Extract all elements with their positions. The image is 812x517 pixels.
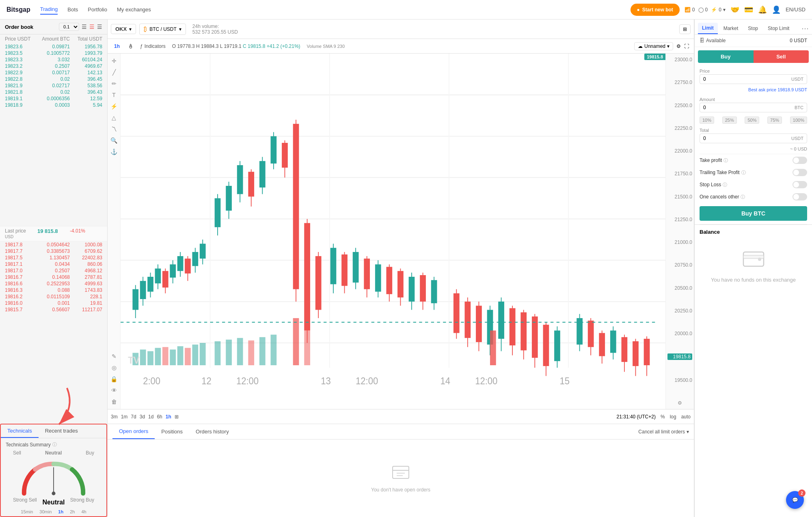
total-field-group: Total USDT [695, 125, 812, 146]
best-ask-link[interactable]: Best ask price 19818.9 USDT [695, 86, 812, 95]
stop-loss-info-icon[interactable]: ⓘ [723, 182, 727, 188]
line-tool[interactable]: ╱ [110, 68, 118, 76]
exchange-selector[interactable]: OKX ▾ [111, 24, 136, 34]
pct-75[interactable]: 75% [767, 116, 782, 124]
measure-tool[interactable]: ⚡ [110, 102, 118, 110]
nav-trading[interactable]: Trading [40, 4, 58, 15]
last-price-value: 19 815.8 [37, 228, 70, 239]
pair-selector[interactable]: ₿ BTC / USDT ▾ [139, 24, 186, 35]
user-icon[interactable]: 👤 [772, 5, 781, 14]
nav-exchanges[interactable]: My exchanges [117, 5, 151, 14]
chart-type-icon[interactable]: 🕯 [128, 43, 134, 50]
tab-stop-limit[interactable]: Stop Limit [764, 23, 793, 34]
cursor-tool[interactable]: ✛ [110, 57, 118, 65]
svg-rect-83 [454, 293, 460, 333]
text-tool[interactable]: T [110, 91, 118, 99]
tab-market[interactable]: Market [719, 23, 743, 34]
chart-body: ✛ ╱ ✏ T ⚡ △ 〽 🔍 ⚓ ✎ ◎ 🔒 👁 🗑 [108, 54, 694, 409]
svg-rect-130 [259, 337, 266, 365]
buy-btc-button[interactable]: Buy BTC [700, 206, 807, 221]
ob-filter3-icon[interactable]: ☰ [97, 24, 102, 30]
time-tab-2h[interactable]: 2h [70, 509, 75, 514]
period-6h[interactable]: 6h [157, 414, 162, 420]
stop-loss-toggle[interactable] [793, 181, 807, 188]
chart-layout-button[interactable]: ⊞ [679, 24, 691, 34]
nav-bots[interactable]: Bots [67, 5, 78, 14]
fib-tool[interactable]: 〽 [110, 125, 118, 133]
tab-orders-history[interactable]: Orders history [189, 424, 235, 439]
trailing-take-profit-toggle[interactable] [793, 169, 807, 176]
time-tab-15min[interactable]: 15min [21, 509, 33, 514]
cancel-all-button[interactable]: Cancel all limit orders ▾ [638, 429, 689, 435]
shape-tool[interactable]: △ [110, 114, 118, 122]
price-input-wrapper: USDT [700, 74, 807, 84]
price-input[interactable] [703, 76, 791, 82]
time-tab-4h[interactable]: 4h [81, 509, 86, 514]
info-icon: ⓘ [52, 442, 57, 448]
lock-tool[interactable]: 🔒 [110, 375, 118, 383]
amount-input[interactable] [703, 105, 795, 110]
indicators-button[interactable]: ƒ Indicators [140, 43, 166, 49]
tab-open-orders[interactable]: Open orders [112, 424, 155, 439]
magnet-tool[interactable]: ◎ [110, 364, 118, 372]
period-1d[interactable]: 1d [148, 414, 153, 420]
total-input[interactable] [703, 136, 791, 141]
one-cancels-other-toggle[interactable] [793, 193, 807, 200]
sell-tab-button[interactable]: Sell [754, 50, 809, 63]
settings-chart-icon[interactable]: ⚙ [667, 400, 692, 406]
pct-25[interactable]: 25% [722, 116, 737, 124]
ob-size-select[interactable]: 0.1 [59, 23, 79, 31]
pct-50[interactable]: 50% [745, 116, 759, 124]
take-profit-info-icon[interactable]: ⓘ [723, 157, 728, 164]
time-tab-30min[interactable]: 30min [39, 509, 52, 514]
start-bot-button[interactable]: ● Start new bot [631, 4, 680, 16]
period-7d[interactable]: 7d [131, 414, 136, 420]
period-3d[interactable]: 3d [140, 414, 145, 420]
language-selector[interactable]: EN/USD [786, 6, 806, 13]
pencil-tool[interactable]: ✎ [110, 352, 118, 360]
oco-info-icon[interactable]: ⓘ [741, 194, 745, 200]
tab-limit[interactable]: Limit [698, 23, 718, 34]
nav-stat-bolt[interactable]: ⚡ 0 ▾ [711, 7, 726, 13]
nav-stat-circle[interactable]: ◯ 0 [698, 7, 708, 13]
tab-technicals[interactable]: Technicals [1, 424, 39, 438]
price-level-11: 20500.0 [667, 285, 692, 291]
trash-tool[interactable]: 🗑 [110, 398, 118, 406]
tab-stop[interactable]: Stop [744, 23, 762, 34]
handshake-icon[interactable]: 🤝 [730, 5, 739, 14]
tab-positions[interactable]: Positions [155, 424, 189, 439]
more-order-types-button[interactable]: ⋯ [801, 24, 809, 33]
buy-tab-button[interactable]: Buy [698, 50, 754, 63]
eye-tool[interactable]: 👁 [110, 386, 118, 394]
bell-icon[interactable]: 🔔 [758, 5, 767, 14]
log-btn[interactable]: log [670, 414, 676, 420]
fullscreen-icon[interactable]: ⛶ [684, 43, 689, 49]
period-1h[interactable]: 1h [166, 414, 171, 420]
interval-1h[interactable]: 1h [112, 43, 121, 50]
ob-filter1-icon[interactable]: ☰ [82, 24, 87, 30]
pct-btn[interactable]: % [661, 414, 665, 420]
nav-portfolio[interactable]: Portfolio [88, 5, 107, 14]
svg-rect-107 [599, 333, 605, 356]
pct-100[interactable]: 100% [790, 116, 807, 124]
chat-button[interactable]: 💬 2 [786, 491, 804, 509]
anchor-tool[interactable]: ⚓ [110, 148, 118, 156]
ob-filter2-icon[interactable]: ☰ [89, 24, 95, 30]
nav-stat-bar[interactable]: 📶 0 [685, 7, 695, 13]
period-3m[interactable]: 3m [111, 414, 118, 420]
pct-10[interactable]: 10% [700, 116, 714, 124]
take-profit-toggle[interactable] [793, 157, 807, 164]
trailing-tp-info-icon[interactable]: ⓘ [741, 170, 746, 176]
tab-recent-trades[interactable]: Recent trades [39, 424, 84, 438]
logo: Bitsgap [6, 6, 30, 13]
draw-tool[interactable]: ✏ [110, 80, 118, 88]
wallet-nav-icon[interactable]: 💳 [744, 5, 753, 14]
zoom-tool[interactable]: 🔍 [110, 136, 118, 144]
period-compare[interactable]: ⊞ [175, 414, 179, 420]
auto-btn[interactable]: auto [681, 414, 691, 420]
time-tab-1h[interactable]: 1h [58, 509, 63, 514]
svg-rect-123 [185, 348, 191, 365]
preset-selector[interactable]: ☁ Unnamed ▾ [634, 42, 673, 50]
settings-icon[interactable]: ⚙ [676, 43, 681, 49]
period-1m[interactable]: 1m [121, 414, 128, 420]
